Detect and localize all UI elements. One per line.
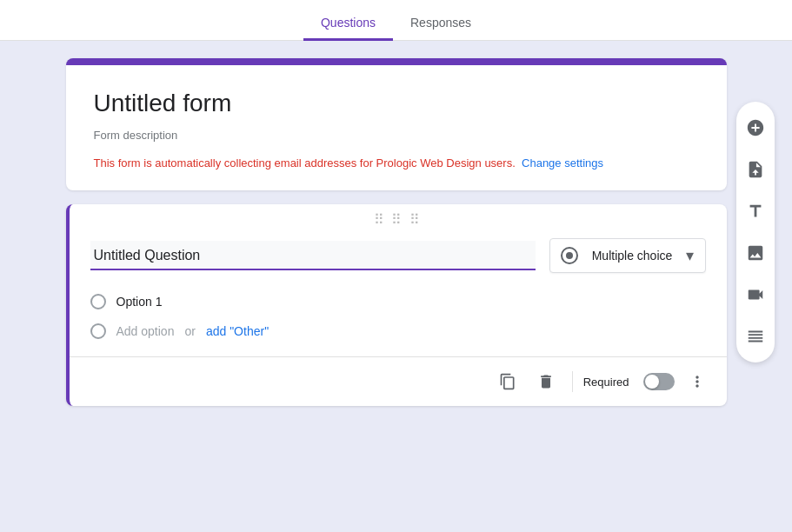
question-type-label: Multiple choice	[592, 249, 673, 263]
option-1-label[interactable]: Option 1	[116, 295, 163, 309]
section-icon	[746, 327, 765, 346]
option-row-1: Option 1	[90, 287, 706, 316]
import-icon	[746, 160, 765, 179]
question-type-selector[interactable]: Multiple choice ▾	[549, 238, 706, 273]
duplicate-button[interactable]	[492, 366, 523, 397]
main-content: Untitled form Form description This form…	[0, 41, 792, 423]
add-title-button[interactable]	[736, 192, 775, 230]
title-icon	[746, 202, 765, 221]
question-top-row: Multiple choice ▾	[90, 238, 706, 273]
image-icon	[746, 243, 765, 263]
add-option-text[interactable]: Add option	[116, 324, 175, 338]
tab-questions[interactable]: Questions	[303, 7, 393, 41]
question-title-input[interactable]	[90, 241, 536, 270]
form-description[interactable]: Form description	[94, 129, 699, 143]
radio-circle-add	[90, 323, 106, 339]
add-other-link[interactable]: add "Other"	[206, 324, 269, 338]
drag-dots-icon: ⠿ ⠿ ⠿	[374, 211, 422, 228]
required-toggle[interactable]	[643, 373, 675, 390]
right-sidebar	[736, 102, 775, 362]
form-notice: This form is automatically collecting em…	[94, 156, 699, 170]
more-vert-icon	[689, 373, 706, 390]
required-label: Required	[583, 376, 629, 389]
add-image-button[interactable]	[736, 234, 775, 272]
question-body: Multiple choice ▾ Option 1 Add option or…	[70, 231, 727, 346]
form-header-card: Untitled form Form description This form…	[66, 58, 727, 190]
multiple-choice-icon	[561, 247, 578, 264]
chevron-down-icon: ▾	[686, 246, 694, 265]
add-section-button[interactable]	[736, 317, 775, 356]
trash-icon	[537, 373, 555, 390]
top-navigation: Questions Responses	[0, 0, 792, 41]
form-title[interactable]: Untitled form	[94, 90, 699, 118]
form-notice-text: This form is automatically collecting em…	[94, 156, 516, 170]
add-circle-icon	[746, 118, 765, 137]
import-questions-button[interactable]	[736, 150, 775, 189]
drag-handle[interactable]: ⠿ ⠿ ⠿	[70, 204, 727, 231]
add-option-row: Add option or add "Other"	[90, 316, 706, 346]
copy-icon	[499, 373, 516, 390]
question-toolbar: Required	[70, 357, 727, 406]
question-card: ⠿ ⠿ ⠿ Multiple choice ▾ Option 1	[66, 204, 727, 406]
radio-circle-1	[90, 294, 106, 309]
tab-responses[interactable]: Responses	[393, 7, 489, 41]
or-text: or	[184, 324, 195, 338]
add-video-button[interactable]	[736, 276, 775, 314]
question-input-wrapper	[90, 241, 536, 270]
toolbar-divider	[572, 371, 573, 392]
change-settings-link[interactable]: Change settings	[522, 156, 603, 170]
more-options-button[interactable]	[682, 366, 713, 397]
video-icon	[746, 285, 765, 304]
delete-button[interactable]	[530, 366, 562, 397]
add-question-button[interactable]	[736, 109, 775, 147]
